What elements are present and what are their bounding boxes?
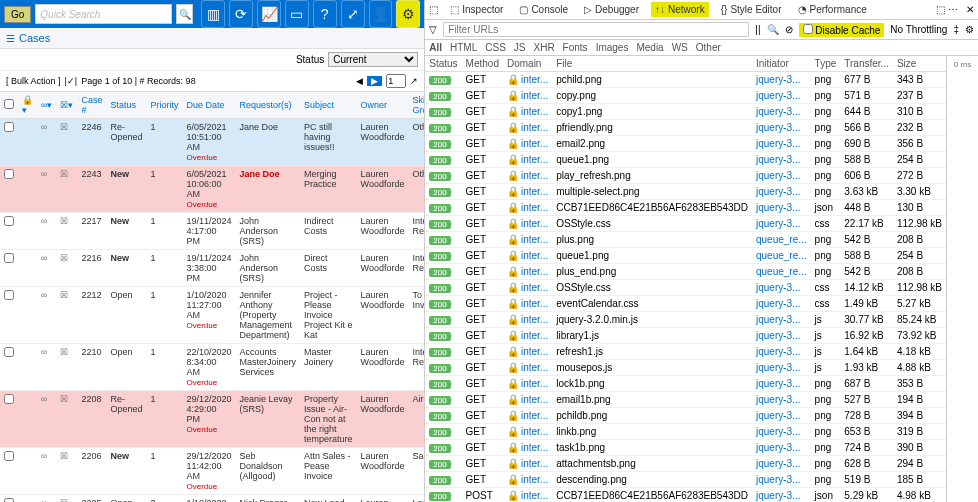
net-col-file[interactable]: File (552, 56, 752, 72)
table-row[interactable]: ∞☒2212Open11/10/202011:27:00 AMOverdueJe… (0, 287, 425, 344)
network-row[interactable]: 200GET🔒inter...jquery-3.2.0.min.jsjquery… (425, 312, 946, 328)
net-col-domain[interactable]: Domain (503, 56, 552, 72)
row-checkbox[interactable] (4, 451, 14, 461)
table-row[interactable]: ∞☒2206New129/12/202011:42:00 AMOverdueSe… (0, 448, 425, 495)
go-button[interactable]: Go (4, 6, 31, 23)
net-col-size[interactable]: Size (893, 56, 946, 72)
tab-perf[interactable]: ◔ Performance (794, 2, 871, 17)
row-checkbox[interactable] (4, 122, 14, 132)
table-row[interactable]: ∞☒2217New119/11/20244:17:00 PMJohn Ander… (0, 213, 425, 250)
network-row[interactable]: 200GET🔒inter...pchild.pngjquery-3...png6… (425, 72, 946, 88)
network-row[interactable]: 200GET🔒inter...attachmentsb.pngjquery-3.… (425, 456, 946, 472)
network-row[interactable]: 200GET🔒inter...lock1b.pngjquery-3...png6… (425, 376, 946, 392)
table-row[interactable]: ∞☒2246Re-Opened16/05/202110:51:00 AMOver… (0, 119, 425, 166)
filter-js[interactable]: JS (514, 42, 526, 53)
network-row[interactable]: 200GET🔒inter...plus.pngqueue_re...png542… (425, 232, 946, 248)
tab-style[interactable]: {} Style Editor (717, 2, 786, 17)
table-row[interactable]: ∞☒2210Open122/10/20208:34:00 AMOverdueAc… (0, 344, 425, 391)
network-row[interactable]: 200GET🔒inter...multiple-select.pngjquery… (425, 184, 946, 200)
disable-cache[interactable]: Disable Cache (799, 23, 885, 37)
network-row[interactable]: 200GET🔒inter...descending.pngjquery-3...… (425, 472, 946, 488)
filter-input[interactable] (443, 22, 749, 37)
col-casenum[interactable]: Case # (77, 92, 106, 119)
nav-go[interactable]: ↗ (410, 76, 418, 86)
page-input[interactable] (386, 74, 406, 88)
row-checkbox[interactable] (4, 394, 14, 404)
filter-css[interactable]: CSS (485, 42, 506, 53)
network-row[interactable]: 200GET🔒inter...OSStyle.cssjquery-3...css… (425, 216, 946, 232)
network-row[interactable]: 200GET🔒inter...eventCalendar.cssjquery-3… (425, 296, 946, 312)
network-row[interactable]: 200GET🔒inter...mousepos.jsjquery-3...js1… (425, 360, 946, 376)
search-icon[interactable]: 🔍 (176, 4, 193, 24)
nav-next[interactable]: ▶ (367, 76, 382, 86)
filter-images[interactable]: Images (596, 42, 629, 53)
network-row[interactable]: 200GET🔒inter...library1.jsjquery-3...js1… (425, 328, 946, 344)
network-row[interactable]: 200GET🔒inter...email2.pngjquery-3...png6… (425, 136, 946, 152)
col-due[interactable]: Due Date (182, 92, 235, 119)
network-row[interactable]: 200GET🔒inter...pfriendly.pngjquery-3...p… (425, 120, 946, 136)
col-requestor[interactable]: Requestor(s) (236, 92, 301, 119)
nav-prev[interactable]: ◀ (356, 76, 363, 86)
expand-icon[interactable]: ⤢ (341, 0, 365, 28)
throttle-select[interactable]: No Throttling (890, 24, 947, 35)
network-row[interactable]: 200GET🔒inter...refresh1.jsjquery-3...js1… (425, 344, 946, 360)
book-icon[interactable]: ▭ (285, 0, 309, 28)
network-row[interactable]: 200GET🔒inter...queue1.pngqueue_re...png5… (425, 248, 946, 264)
status-select[interactable]: Current (328, 52, 418, 67)
net-col-initiator[interactable]: Initiator (752, 56, 811, 72)
network-row[interactable]: 200GET🔒inter...copy.pngjquery-3...png571… (425, 88, 946, 104)
row-checkbox[interactable] (4, 347, 14, 357)
filter-icon[interactable]: ▽ (429, 24, 437, 35)
network-row[interactable]: 200GET🔒inter...task1b.pngjquery-3...png7… (425, 440, 946, 456)
filter-xhr[interactable]: XHR (533, 42, 554, 53)
network-row[interactable]: 200GET🔒inter...CCB71EED86C4E21B56AF6283E… (425, 200, 946, 216)
col-subject[interactable]: Subject (300, 92, 357, 119)
col-status[interactable]: Status (106, 92, 146, 119)
net-col-method[interactable]: Method (462, 56, 503, 72)
filter-media[interactable]: Media (636, 42, 663, 53)
chart-icon[interactable]: 📈 (257, 0, 281, 28)
select-all[interactable] (4, 99, 14, 109)
network-row[interactable]: 200GET🔒inter...OSStyle.cssjquery-3...css… (425, 280, 946, 296)
table-row[interactable]: ∞☒2208Re-Opened129/12/20204:29:00 PMOver… (0, 391, 425, 448)
tool-icon-1[interactable]: ▥ (201, 0, 225, 28)
tab-network[interactable]: ↑↓ Network (651, 2, 709, 17)
network-row[interactable]: 200POST🔒inter...CCB71EED86C4E21B56AF6283… (425, 488, 946, 503)
filter-html[interactable]: HTML (450, 42, 477, 53)
row-checkbox[interactable] (4, 498, 14, 502)
col-priority[interactable]: Priority (146, 92, 182, 119)
network-row[interactable]: 200GET🔒inter...play_refresh.pngjquery-3.… (425, 168, 946, 184)
network-row[interactable]: 200GET🔒inter...linkb.pngjquery-3...png65… (425, 424, 946, 440)
filter-ws[interactable]: WS (672, 42, 688, 53)
tab-inspector[interactable]: ⬚ Inspector (446, 2, 507, 17)
filter-all[interactable]: All (429, 42, 442, 53)
row-checkbox[interactable] (4, 290, 14, 300)
table-row[interactable]: ∞☒2205Open31/10/20204:51:00 PMOverdueNic… (0, 495, 425, 503)
network-row[interactable]: 200GET🔒inter...queue1.pngjquery-3...png5… (425, 152, 946, 168)
network-row[interactable]: 200GET🔒inter...plus_end.pngqueue_re...pn… (425, 264, 946, 280)
inspect-icon[interactable]: ⬚ (429, 4, 438, 15)
col-link[interactable]: ∞▾ (37, 92, 56, 119)
devtools-close[interactable]: ✕ (966, 4, 974, 15)
bulk-action[interactable]: [ Bulk Action ] (6, 76, 61, 86)
col-lock[interactable]: 🔒▾ (18, 92, 37, 119)
row-checkbox[interactable] (4, 253, 14, 263)
col-skill[interactable]: Skill Group (408, 92, 425, 119)
net-col-transfer[interactable]: Transfer... (840, 56, 893, 72)
network-row[interactable]: 200GET🔒inter...copy1.pngjquery-3...png64… (425, 104, 946, 120)
refresh-icon[interactable]: ⟳ (229, 0, 253, 28)
filter-other[interactable]: Other (696, 42, 721, 53)
help-icon[interactable]: ? (313, 0, 337, 28)
col-attach[interactable]: ☒▾ (56, 92, 77, 119)
user-icon[interactable]: 👤 (369, 0, 393, 28)
network-row[interactable]: 200GET🔒inter...pchildb.pngjquery-3...png… (425, 408, 946, 424)
quick-search-input[interactable] (35, 4, 172, 24)
network-row[interactable]: 200GET🔒inter...email1b.pngjquery-3...png… (425, 392, 946, 408)
col-owner[interactable]: Owner (357, 92, 409, 119)
net-col-status[interactable]: Status (425, 56, 461, 72)
table-row[interactable]: ∞☒2216New119/11/20243:38:00 PMJohn Ander… (0, 250, 425, 287)
settings-icon[interactable]: ⚙ (965, 24, 974, 35)
table-row[interactable]: ∞☒2243New16/05/202110:06:00 AMOverdueJan… (0, 166, 425, 213)
gear-icon[interactable]: ⚙ (396, 0, 420, 28)
tab-console[interactable]: ▢ Console (515, 2, 572, 17)
